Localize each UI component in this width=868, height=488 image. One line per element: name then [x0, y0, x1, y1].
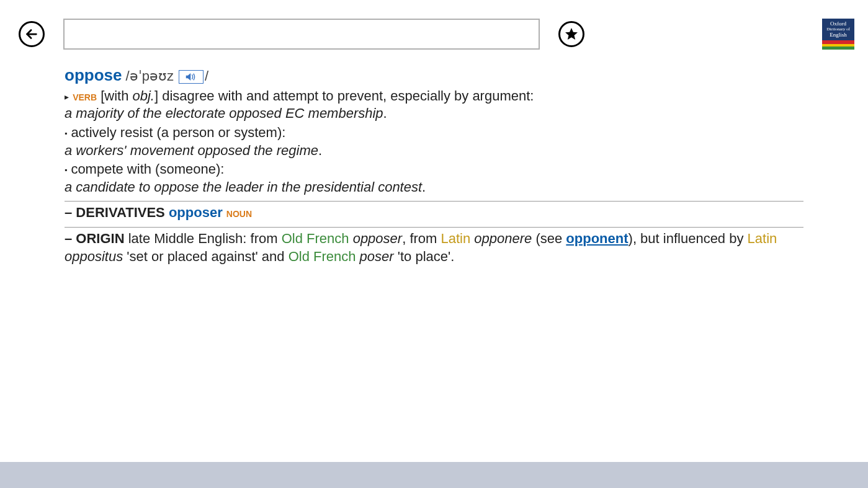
star-icon	[564, 27, 579, 42]
definition-1: disagree with and attempt to prevent, es…	[162, 88, 534, 104]
sense-3: ▪ compete with (someone):	[65, 161, 803, 179]
origin-w4: poser	[360, 249, 394, 264]
example-3-row: a candidate to oppose the leader in the …	[65, 179, 803, 197]
back-button[interactable]	[19, 21, 45, 47]
origin-p2: , from	[402, 231, 441, 246]
footer-bar	[0, 462, 868, 488]
svg-marker-1	[565, 28, 578, 40]
gram-close: ]	[154, 88, 162, 104]
headword: oppose	[65, 66, 122, 84]
example-1: a majority of the electorate opposed EC …	[65, 105, 383, 121]
origin-w3: oppositus	[65, 249, 123, 264]
origin-lang2: Latin	[441, 231, 471, 246]
example-1-row: a majority of the electorate opposed EC …	[65, 105, 803, 123]
example-2-row: a workers' movement opposed the regime.	[65, 142, 803, 160]
sense-marker: ▸	[65, 92, 69, 102]
derivatives-section: – DERIVATIVES opposer noun	[65, 201, 803, 222]
example-1-end: .	[383, 105, 387, 121]
example-2: a workers' movement opposed the regime	[65, 143, 318, 158]
headword-line: oppose /əˈpəʊz /	[65, 65, 803, 86]
gram-open: [with	[97, 88, 132, 104]
origin-p6: 'to place'.	[394, 249, 455, 264]
logo-line3: English	[822, 32, 854, 38]
derivative-word: opposer	[169, 205, 223, 220]
origin-p5: 'set or placed against' and	[123, 249, 288, 264]
definition-3: compete with (someone):	[67, 161, 224, 177]
gram-italic: obj.	[133, 88, 154, 104]
origin-lang4: Old French	[289, 249, 356, 264]
pronunciation: əˈpəʊz	[130, 68, 174, 84]
derivative-pos: noun	[226, 206, 252, 220]
svg-marker-2	[186, 73, 191, 81]
search-input[interactable]	[63, 19, 540, 50]
example-2-end: .	[318, 143, 322, 158]
origin-label: – ORIGIN	[65, 231, 125, 246]
origin-p1: late Middle English: from	[125, 231, 282, 246]
pron-open: /	[122, 68, 129, 84]
sense-2: ▪ actively resist (a person or system):	[65, 124, 803, 142]
origin-lang1: Old French	[282, 231, 349, 246]
cross-reference-link[interactable]: opponent	[566, 231, 628, 246]
derivatives-label: – DERIVATIVES	[65, 205, 165, 220]
favorite-button[interactable]	[558, 21, 584, 47]
entry-content: oppose /əˈpəʊz / ▸ verb [with obj.] disa…	[0, 59, 868, 265]
sense-1: ▸ verb [with obj.] disagree with and att…	[65, 87, 803, 105]
pron-close: /	[205, 68, 208, 84]
audio-button[interactable]	[179, 70, 204, 84]
speaker-icon	[186, 73, 197, 81]
example-3-end: .	[422, 179, 426, 195]
origin-p4: ), but influenced by	[629, 231, 748, 246]
origin-w2: opponere	[474, 231, 532, 246]
app-logo: Oxford Dictionary of English	[822, 19, 854, 50]
example-3: a candidate to oppose the leader in the …	[65, 179, 422, 195]
arrow-left-icon	[25, 27, 38, 41]
origin-lang3: Latin	[748, 231, 777, 246]
origin-w1: opposer	[353, 231, 403, 246]
toolbar	[0, 0, 868, 59]
origin-section: – ORIGIN late Middle English: from Old F…	[65, 227, 803, 265]
origin-p3: (see	[532, 231, 566, 246]
part-of-speech: verb	[73, 89, 97, 103]
definition-2: actively resist (a person or system):	[67, 125, 285, 140]
